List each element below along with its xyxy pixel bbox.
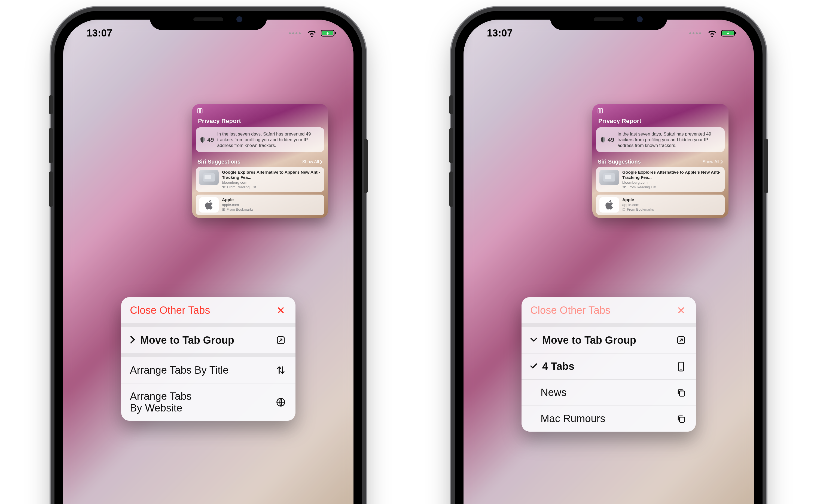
suggestion-thumbnail bbox=[199, 170, 219, 185]
suggestion-thumbnail bbox=[599, 170, 619, 185]
reading-list-icon bbox=[222, 186, 226, 188]
close-other-tabs-item[interactable]: Close Other Tabs bbox=[522, 297, 696, 323]
svg-rect-15 bbox=[680, 391, 685, 396]
suggestion-item[interactable]: Apple apple.com From Bookmarks bbox=[196, 195, 324, 215]
suggestion-domain: bloomberg.com bbox=[622, 180, 721, 185]
screen-right: 13:07 Privacy Report bbox=[464, 20, 754, 504]
suggestion-source: From Bookmarks bbox=[622, 207, 654, 211]
tab-preview-card[interactable]: Privacy Report 49 In the last seven days… bbox=[592, 104, 729, 218]
arrange-by-title-label: Arrange Tabs By Title bbox=[130, 364, 229, 376]
page-dots bbox=[689, 32, 701, 34]
privacy-report-title: Privacy Report bbox=[192, 104, 328, 127]
move-to-tab-group-item[interactable]: Move to Tab Group bbox=[121, 327, 295, 353]
status-time: 13:07 bbox=[87, 27, 112, 39]
tab-group-label: Mac Rumours bbox=[541, 413, 605, 425]
suggestion-source: From Bookmarks bbox=[222, 207, 253, 211]
show-all-label: Show All bbox=[302, 159, 319, 164]
privacy-report-text: In the last seven days, Safari has preve… bbox=[617, 131, 721, 148]
open-externally-icon bbox=[675, 336, 687, 345]
reading-list-icon bbox=[622, 186, 626, 188]
suggestion-thumbnail bbox=[599, 197, 619, 213]
apple-logo-icon bbox=[605, 199, 614, 210]
privacy-report-card[interactable]: 49 In the last seven days, Safari has pr… bbox=[196, 127, 324, 152]
globe-icon bbox=[275, 397, 287, 407]
tab-group-stack-icon bbox=[675, 388, 687, 397]
suggestion-item[interactable]: Google Explores Alternative to Apple's N… bbox=[196, 167, 324, 192]
volume-down-button bbox=[450, 171, 453, 207]
suggestion-domain: apple.com bbox=[222, 203, 253, 207]
wifi-icon bbox=[708, 30, 717, 37]
menu-separator bbox=[121, 323, 295, 327]
volume-down-button bbox=[49, 171, 53, 207]
context-menu-expanded: Close Other Tabs Move to Tab Group bbox=[522, 297, 696, 432]
volume-up-button bbox=[450, 128, 453, 163]
power-button bbox=[364, 139, 367, 193]
screen-left: 13:07 Privacy Report bbox=[63, 20, 353, 504]
phone-frame-right: 13:07 Privacy Report bbox=[455, 11, 763, 504]
show-all-link[interactable]: Show All bbox=[302, 159, 323, 164]
mute-switch bbox=[49, 95, 53, 114]
sort-icon bbox=[275, 365, 287, 375]
arrange-by-website-item[interactable]: Arrange Tabs By Website bbox=[121, 383, 295, 421]
open-externally-icon bbox=[275, 336, 287, 345]
svg-rect-16 bbox=[680, 417, 685, 422]
privacy-report-text: In the last seven days, Safari has preve… bbox=[217, 131, 320, 148]
tracker-count: 49 bbox=[207, 136, 214, 143]
tracker-count: 49 bbox=[608, 136, 614, 143]
move-to-tab-group-label: Move to Tab Group bbox=[542, 334, 636, 346]
svg-rect-11 bbox=[605, 175, 611, 179]
tab-group-current-item[interactable]: 4 Tabs bbox=[522, 353, 696, 379]
close-other-tabs-label: Close Other Tabs bbox=[130, 305, 210, 316]
svg-rect-8 bbox=[735, 32, 736, 34]
bookmarks-icon bbox=[597, 108, 603, 115]
privacy-report-title: Privacy Report bbox=[592, 104, 729, 127]
suggestion-source: From Reading List bbox=[622, 185, 721, 189]
suggestion-item[interactable]: Apple apple.com From Bookmarks bbox=[596, 195, 725, 215]
svg-rect-1 bbox=[335, 32, 336, 34]
show-all-link[interactable]: Show All bbox=[703, 159, 723, 164]
menu-separator bbox=[121, 353, 295, 357]
status-time: 13:07 bbox=[487, 27, 513, 39]
suggestion-source: From Reading List bbox=[222, 185, 321, 189]
page-dots bbox=[289, 32, 301, 34]
shield-icon: 49 bbox=[200, 136, 214, 143]
notch bbox=[150, 11, 267, 30]
close-other-tabs-label: Close Other Tabs bbox=[530, 305, 611, 316]
bookmarks-icon bbox=[197, 108, 203, 115]
chevron-right-icon bbox=[320, 160, 323, 164]
context-menu: Close Other Tabs Move to Tab Group bbox=[121, 297, 295, 421]
power-button bbox=[764, 139, 768, 193]
tab-group-label: News bbox=[541, 387, 567, 398]
chevron-right-icon bbox=[720, 160, 723, 164]
suggestion-title: Apple bbox=[622, 197, 654, 202]
device-phone-icon bbox=[675, 361, 687, 372]
chevron-down-icon bbox=[530, 337, 537, 343]
suggestion-domain: bloomberg.com bbox=[222, 180, 321, 185]
tab-group-item[interactable]: Mac Rumours bbox=[522, 405, 696, 432]
close-icon bbox=[275, 306, 287, 314]
tab-group-current-label: 4 Tabs bbox=[542, 361, 574, 372]
siri-suggestions-header: Siri Suggestions Show All bbox=[192, 156, 328, 167]
suggestion-domain: apple.com bbox=[622, 203, 654, 207]
mute-switch bbox=[450, 95, 453, 114]
close-other-tabs-item[interactable]: Close Other Tabs bbox=[121, 297, 295, 323]
menu-separator bbox=[522, 323, 696, 327]
chevron-right-icon bbox=[130, 336, 135, 345]
svg-rect-4 bbox=[204, 175, 211, 179]
arrange-by-title-item[interactable]: Arrange Tabs By Title bbox=[121, 357, 295, 383]
siri-suggestions-title: Siri Suggestions bbox=[598, 159, 641, 165]
privacy-report-card[interactable]: 49 In the last seven days, Safari has pr… bbox=[596, 127, 725, 152]
arrange-by-website-label: Arrange Tabs By Website bbox=[130, 391, 192, 414]
volume-up-button bbox=[49, 128, 53, 163]
tab-group-item[interactable]: News bbox=[522, 379, 696, 405]
siri-suggestions-title: Siri Suggestions bbox=[197, 159, 240, 165]
bookmark-icon bbox=[622, 208, 626, 211]
suggestion-title: Google Explores Alternative to Apple's N… bbox=[222, 170, 321, 180]
suggestion-item[interactable]: Google Explores Alternative to Apple's N… bbox=[596, 167, 725, 192]
battery-charging-icon bbox=[321, 29, 336, 37]
tab-preview-card[interactable]: Privacy Report 49 In the last seven days… bbox=[192, 104, 328, 218]
move-to-tab-group-item[interactable]: Move to Tab Group bbox=[522, 327, 696, 353]
checkmark-icon bbox=[530, 363, 537, 370]
bookmark-icon bbox=[222, 208, 225, 211]
move-to-tab-group-label: Move to Tab Group bbox=[140, 334, 234, 346]
